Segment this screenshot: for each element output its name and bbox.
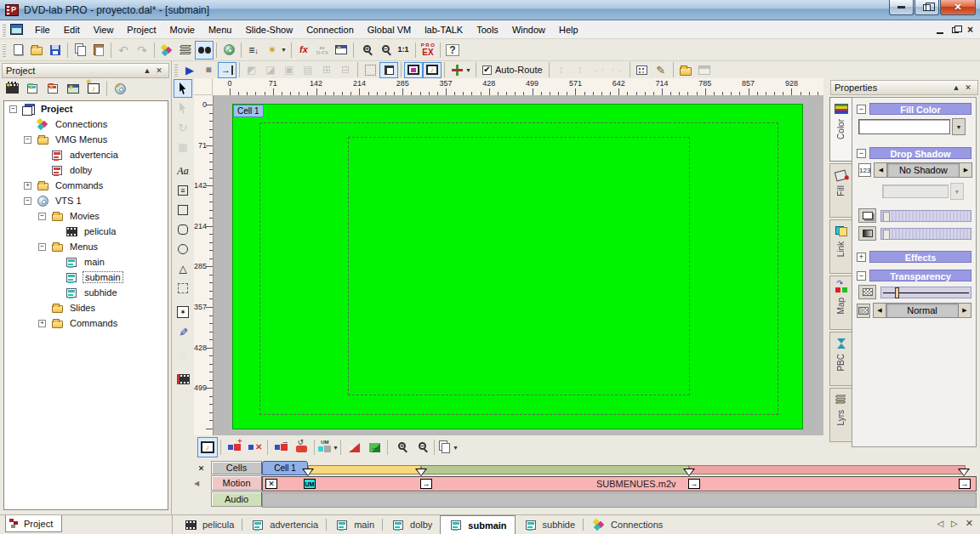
blend-next-button[interactable]: ▶ xyxy=(959,304,971,317)
toolbar-gripper[interactable] xyxy=(3,43,6,57)
tree-item-subhide[interactable]: subhide xyxy=(4,285,168,300)
frame-button[interactable] xyxy=(174,279,192,298)
fx-button[interactable]: fx xyxy=(294,41,313,60)
add-vts-button[interactable] xyxy=(110,79,130,98)
space-left-button[interactable]: ←▫ xyxy=(590,62,608,78)
tree-expander-plus[interactable]: + xyxy=(38,320,46,327)
play-direction-button[interactable]: → xyxy=(364,437,385,457)
tree-item-vmg-menus[interactable]: −VMG Menus xyxy=(4,132,168,147)
add-slideshow-button[interactable] xyxy=(63,79,83,98)
open-asset-button[interactable] xyxy=(676,62,695,78)
shadow-next-button[interactable]: ▶ xyxy=(960,163,971,177)
tabs-scroll-left-button[interactable]: ◁ xyxy=(937,519,943,528)
to-front-button[interactable]: ▣ xyxy=(280,62,299,78)
document-tab-advertencia[interactable]: advertencia xyxy=(242,515,326,534)
properties-tab-link[interactable]: Link xyxy=(829,219,852,274)
stop-button[interactable]: ■ xyxy=(199,62,218,78)
export-button[interactable] xyxy=(695,62,714,78)
dropdown-arrow-icon[interactable]: ▼ xyxy=(281,47,287,53)
tree-expander-plus[interactable]: + xyxy=(24,182,31,190)
space-vert2-button[interactable]: ↕ xyxy=(571,62,590,78)
motion-jump-marker-icon[interactable]: → xyxy=(420,479,432,489)
timeline-scroll-left[interactable]: ◀ xyxy=(194,480,199,487)
select-button[interactable] xyxy=(174,79,192,98)
text-button[interactable]: Aa xyxy=(174,162,192,180)
actual-size-button[interactable]: 1:1 xyxy=(394,41,413,60)
properties-tab-pbc[interactable]: PBC xyxy=(829,332,852,386)
transparency-button[interactable] xyxy=(858,285,876,299)
layers-button[interactable] xyxy=(176,41,195,60)
transparency-collapse[interactable]: − xyxy=(857,271,866,281)
tree-label[interactable]: Movies xyxy=(68,211,101,221)
chain-cells-button[interactable]: → xyxy=(271,437,291,457)
preview-button[interactable] xyxy=(195,41,214,60)
document-tab-pelicula[interactable]: pelicula xyxy=(175,515,242,534)
direct-select-button[interactable] xyxy=(174,99,192,117)
fill-color-collapse[interactable]: − xyxy=(857,105,866,114)
tree-item-slides[interactable]: Slides xyxy=(4,300,168,315)
properties-tab-map[interactable]: ↷Map xyxy=(829,276,852,330)
zoom-out-button[interactable]: − xyxy=(411,437,431,457)
ellipse-button[interactable] xyxy=(174,240,192,258)
timeline-row-header-motion[interactable]: Motion xyxy=(211,475,262,491)
infinite-loop-button[interactable]: ∞ xyxy=(344,437,364,457)
dropdown-arrow-icon[interactable]: ▼ xyxy=(333,445,339,451)
minimize-button[interactable] xyxy=(889,0,914,15)
auto-route-checkbox[interactable]: ✔ xyxy=(482,65,492,75)
edit-toolbar-gripper[interactable] xyxy=(174,63,178,77)
mdi-restore-icon[interactable] xyxy=(952,27,959,33)
zoom-in-button[interactable]: + xyxy=(356,41,375,60)
pen-button[interactable]: ✎ xyxy=(174,322,192,341)
save-button[interactable] xyxy=(46,41,65,60)
zoom-out-button[interactable]: − xyxy=(375,41,394,60)
menu-file[interactable]: File xyxy=(28,23,57,37)
tabs-scroll-right-button[interactable]: ▷ xyxy=(951,519,958,528)
show-motion-button[interactable] xyxy=(404,62,423,78)
wizard-button[interactable]: ✶▼ xyxy=(263,41,288,60)
blend-mode-button[interactable] xyxy=(857,304,870,318)
motion-jump-marker-icon[interactable]: → xyxy=(959,479,971,489)
group-hotspot-button[interactable]: ✶ xyxy=(174,303,192,321)
properties-tab-fill[interactable]: Fill xyxy=(829,163,852,218)
help-button[interactable]: ? xyxy=(443,41,462,60)
tree-label[interactable]: Connections xyxy=(54,119,109,129)
hotspot-colors-button[interactable] xyxy=(633,62,652,78)
tree-expander-minus[interactable]: − xyxy=(24,197,31,205)
tree-label[interactable]: Commands xyxy=(68,318,119,328)
preview-cell-button[interactable]: ♪ xyxy=(197,437,218,457)
fill-color-swatch[interactable] xyxy=(858,119,950,134)
tree-item-pelicula[interactable]: pelicula xyxy=(4,224,168,239)
draw-link-button[interactable]: ✎ xyxy=(652,62,670,78)
dropdown-arrow-icon[interactable]: ▼ xyxy=(465,67,471,73)
tree-label[interactable]: Slides xyxy=(68,303,97,313)
close-button[interactable]: ✕ xyxy=(940,0,976,15)
properties-collapse-button[interactable]: ▲ xyxy=(950,82,962,93)
dropdown-arrow-icon[interactable]: ▼ xyxy=(453,445,459,451)
chapter-marker-icon[interactable] xyxy=(415,469,427,476)
tree-expander-minus[interactable]: − xyxy=(38,213,46,220)
timeline-close-button[interactable]: ✕ xyxy=(196,463,207,474)
menu-edit[interactable]: Edit xyxy=(57,23,87,37)
tree-label[interactable]: pelicula xyxy=(83,226,117,236)
tree-item-menus[interactable]: −Menus xyxy=(4,239,168,254)
connections-button[interactable] xyxy=(157,41,176,60)
restore-button[interactable] xyxy=(914,0,939,15)
zoom-in-button[interactable]: + xyxy=(390,437,411,457)
loop-cell-button[interactable] xyxy=(291,437,311,457)
open-folder-button[interactable] xyxy=(27,41,46,60)
document-tab-dolby[interactable]: dolby xyxy=(383,515,440,534)
tree-label[interactable]: Menus xyxy=(68,241,100,252)
tree-item-advertencia[interactable]: advertencia xyxy=(4,147,168,162)
tree-expander-minus[interactable]: − xyxy=(38,243,46,251)
tree-item-project[interactable]: −Project xyxy=(4,101,168,116)
new-window-button[interactable] xyxy=(332,41,350,60)
center-h-button[interactable]: ⊞ xyxy=(317,62,336,78)
paste-button[interactable] xyxy=(89,41,108,60)
menubar-gripper[interactable] xyxy=(3,23,6,37)
chapter-marker-icon[interactable] xyxy=(683,469,695,476)
add-vmg-menu-button[interactable] xyxy=(43,79,63,98)
polygon-button[interactable]: △ xyxy=(174,259,192,278)
add-menu-button[interactable] xyxy=(22,79,43,98)
motion-um-marker-icon[interactable]: UM xyxy=(304,479,316,489)
shadow-blur-button[interactable] xyxy=(858,226,876,241)
